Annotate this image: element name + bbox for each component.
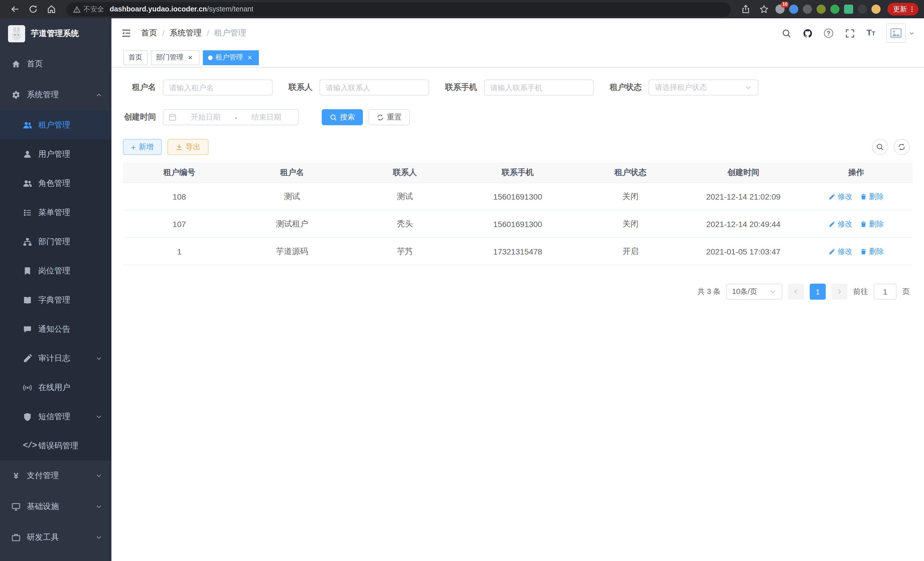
tenant-name-input[interactable] xyxy=(163,80,273,96)
close-icon[interactable]: × xyxy=(246,53,254,62)
refresh-icon xyxy=(898,143,906,151)
sidebar-item-menu[interactable]: 菜单管理 xyxy=(0,198,111,227)
sidebar-item-infra[interactable]: 基础设施 xyxy=(0,491,111,522)
back-icon[interactable] xyxy=(8,2,22,16)
sidebar-item-user[interactable]: 用户管理 xyxy=(0,140,111,169)
extension-icon-3[interactable] xyxy=(803,5,812,14)
page-number-1[interactable]: 1 xyxy=(810,284,826,300)
search-button[interactable]: 搜索 xyxy=(322,109,363,125)
show-search-button[interactable] xyxy=(872,139,888,155)
extension-icon-4[interactable] xyxy=(817,5,826,14)
url-host: dashboard.yudao.iocoder.cn xyxy=(110,5,207,13)
sidebar-item-system[interactable]: 系统管理 xyxy=(0,80,111,110)
fullscreen-icon[interactable] xyxy=(844,27,855,39)
sidebar-item-dept[interactable]: 部门管理 xyxy=(0,227,111,256)
tab-label: 部门管理 xyxy=(156,53,183,62)
security-indicator[interactable]: 不安全 xyxy=(73,4,104,14)
profile-avatar-icon[interactable] xyxy=(872,5,880,14)
breadcrumb-home[interactable]: 首页 xyxy=(141,28,157,38)
sidebar-item-label: 错误码管理 xyxy=(38,441,78,451)
sidebar-item-notice[interactable]: 通知公告 xyxy=(0,314,111,344)
goto-page-input[interactable] xyxy=(874,284,897,300)
phone-input[interactable] xyxy=(484,80,594,96)
delete-link[interactable]: 删除 xyxy=(860,191,884,202)
address-bar[interactable]: 不安全 dashboard.yudao.iocoder.cn/system/te… xyxy=(66,2,731,16)
refresh-table-button[interactable] xyxy=(894,139,910,155)
security-label: 不安全 xyxy=(83,4,104,14)
reset-button[interactable]: 重置 xyxy=(369,109,410,125)
extension-icon-5[interactable] xyxy=(830,5,839,14)
app-shell: 芋道管理系统 首页 系统管理 租户管理 用户管理 角色管理 xyxy=(0,18,924,561)
filter-create-time: 创建时间 开始日期 - 结束日期 xyxy=(123,109,299,125)
sidebar-item-label: 支付管理 xyxy=(27,471,59,481)
sidebar-item-dict[interactable]: 字典管理 xyxy=(0,285,111,314)
sidebar-item-post[interactable]: 岗位管理 xyxy=(0,256,111,285)
home-icon[interactable] xyxy=(45,2,58,16)
contact-input[interactable] xyxy=(320,80,429,96)
font-size-icon[interactable]: TT xyxy=(865,27,877,39)
cell-tenant-id: 108 xyxy=(123,192,236,201)
total-count: 共 3 条 xyxy=(698,287,721,297)
reload-icon[interactable] xyxy=(26,2,40,16)
sidebar-item-label: 部门管理 xyxy=(38,236,70,247)
end-date-placeholder: 结束日期 xyxy=(239,112,293,122)
app-logo[interactable]: 芋道管理系统 xyxy=(0,18,111,49)
breadcrumb-system[interactable]: 系统管理 xyxy=(170,28,202,38)
sidebar-item-audit[interactable]: 审计日志 xyxy=(0,344,111,373)
monitor-icon xyxy=(11,502,21,511)
extension-icon-2[interactable] xyxy=(789,5,798,14)
export-button[interactable]: 导出 xyxy=(167,139,208,155)
caret-down-icon xyxy=(909,30,915,36)
search-icon xyxy=(330,114,337,121)
help-icon[interactable]: ? xyxy=(823,27,834,39)
cell-phone: 17321315478 xyxy=(461,247,574,256)
delete-link[interactable]: 删除 xyxy=(860,246,884,256)
sidebar-item-home[interactable]: 首页 xyxy=(0,49,111,80)
user-menu[interactable] xyxy=(886,23,915,43)
prev-page-button[interactable] xyxy=(788,284,804,300)
page-size-value: 10条/页 xyxy=(732,287,757,297)
date-range-picker[interactable]: 开始日期 - 结束日期 xyxy=(163,109,299,125)
sidebar-item-online[interactable]: 在线用户 xyxy=(0,373,111,402)
extension-icon-6[interactable] xyxy=(844,5,853,14)
edit-link[interactable]: 修改 xyxy=(829,191,853,202)
sidebar-item-label: 字典管理 xyxy=(38,295,70,305)
status-select[interactable]: 请选择租户状态 xyxy=(649,80,758,96)
sidebar-item-pay[interactable]: ¥ 支付管理 xyxy=(0,460,111,491)
sidebar-item-label: 岗位管理 xyxy=(38,266,70,276)
edit-link[interactable]: 修改 xyxy=(829,246,853,256)
sidebar-item-label: 角色管理 xyxy=(38,178,70,188)
caret-down-icon xyxy=(769,288,777,295)
share-icon[interactable] xyxy=(739,2,753,16)
edit-link[interactable]: 修改 xyxy=(829,219,853,229)
filter-tenant-name: 租户名 xyxy=(123,80,273,96)
table-toolbar: + 新增 导出 xyxy=(123,139,913,155)
date-separator: - xyxy=(235,113,237,122)
github-icon[interactable] xyxy=(802,27,813,39)
sidebar-item-tenant[interactable]: 租户管理 xyxy=(0,110,111,140)
sidebar-item-sms[interactable]: 短信管理 xyxy=(0,402,111,431)
extension-icon-1[interactable]: 10 xyxy=(776,5,784,14)
page-size-select[interactable]: 10条/页 xyxy=(726,284,782,300)
close-icon[interactable]: × xyxy=(186,53,194,62)
tab-label: 首页 xyxy=(129,53,142,62)
sidebar-item-errcode[interactable]: </> 错误码管理 xyxy=(0,431,111,460)
add-button[interactable]: + 新增 xyxy=(123,139,162,155)
url-path: /system/tenant xyxy=(207,5,254,13)
cell-contact: 秃头 xyxy=(349,219,461,229)
next-page-button[interactable] xyxy=(831,284,848,300)
sidebar-item-role[interactable]: 角色管理 xyxy=(0,169,111,198)
tab-dept[interactable]: 部门管理 × xyxy=(151,50,200,65)
warning-icon xyxy=(73,5,81,13)
sidebar-item-label: 首页 xyxy=(27,59,43,69)
sidebar-fold-icon[interactable] xyxy=(121,27,132,39)
tab-home[interactable]: 首页 xyxy=(123,50,147,65)
filter-row-1: 租户名 联系人 联系手机 租户状态 请选择租户状态 xyxy=(123,80,913,96)
browser-update-button[interactable]: 更新 xyxy=(887,3,918,15)
delete-link[interactable]: 删除 xyxy=(860,219,884,229)
extension-icon-7[interactable] xyxy=(858,5,867,14)
bookmark-star-icon[interactable] xyxy=(757,2,771,16)
sidebar-item-dev[interactable]: 研发工具 xyxy=(0,522,111,553)
search-icon[interactable] xyxy=(781,27,792,39)
tab-tenant[interactable]: 租户管理 × xyxy=(203,50,259,65)
